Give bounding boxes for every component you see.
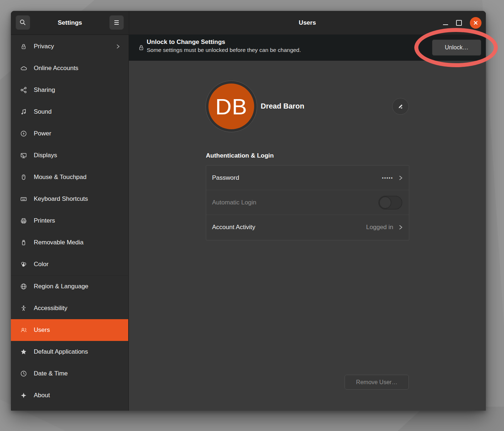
pencil-icon bbox=[397, 103, 404, 110]
chevron-right-icon bbox=[116, 44, 120, 49]
sidebar-item-accessibility[interactable]: Accessibility bbox=[11, 297, 128, 319]
sidebar-item-label: Mouse & Touchpad bbox=[34, 174, 123, 181]
close-button[interactable] bbox=[470, 17, 481, 29]
sparkle-icon bbox=[20, 392, 27, 399]
menu-button[interactable] bbox=[109, 15, 124, 30]
clock-icon bbox=[20, 370, 27, 377]
usb-drive-icon bbox=[20, 239, 27, 246]
power-icon bbox=[20, 130, 27, 137]
sidebar: Privacy Online Accounts bbox=[11, 35, 129, 411]
avatar: DB bbox=[206, 81, 257, 132]
unlock-banner: Unlock to Change Settings Some settings … bbox=[129, 34, 486, 61]
avatar-initials: DB bbox=[208, 84, 254, 129]
star-icon bbox=[20, 348, 27, 355]
user-name: Dread Baron bbox=[261, 102, 304, 110]
sidebar-item-label: Removable Media bbox=[34, 239, 123, 246]
sidebar-item-label: Color bbox=[34, 261, 123, 268]
auth-group: Password ••••• Automatic Login Account A… bbox=[206, 165, 409, 240]
remove-user-button[interactable]: Remove User… bbox=[345, 375, 409, 390]
users-icon bbox=[20, 326, 27, 334]
window-controls bbox=[443, 11, 481, 34]
banner-subtitle: Some settings must be unlocked before th… bbox=[147, 47, 301, 53]
minimize-icon bbox=[443, 24, 448, 25]
auth-section-heading: Authentication & Login bbox=[206, 152, 274, 159]
sidebar-item-label: Accessibility bbox=[34, 305, 123, 312]
titlebar: Settings Users bbox=[11, 11, 486, 35]
sidebar-item-label: Sharing bbox=[34, 86, 123, 94]
sidebar-item-label: Displays bbox=[34, 152, 123, 159]
account-activity-value: Logged in bbox=[366, 224, 393, 231]
automatic-login-toggle[interactable] bbox=[378, 196, 402, 210]
sidebar-item-keyboard-shortcuts[interactable]: Keyboard Shortcuts bbox=[11, 188, 128, 210]
lock-icon bbox=[20, 43, 27, 50]
password-row[interactable]: Password ••••• bbox=[206, 166, 409, 190]
sidebar-item-label: Power bbox=[34, 130, 123, 137]
sidebar-item-label: Printers bbox=[34, 217, 123, 224]
password-label: Password bbox=[212, 174, 382, 182]
sidebar-item-color[interactable]: Color bbox=[11, 253, 128, 275]
globe-icon bbox=[20, 283, 27, 290]
music-note-icon bbox=[20, 108, 27, 115]
settings-window: Settings Users bbox=[11, 11, 486, 411]
keyboard-icon bbox=[20, 195, 27, 203]
toggle-knob bbox=[379, 196, 391, 209]
sidebar-item-mouse-touchpad[interactable]: Mouse & Touchpad bbox=[11, 166, 128, 188]
sidebar-item-sharing[interactable]: Sharing bbox=[11, 79, 128, 101]
maximize-button[interactable] bbox=[456, 20, 462, 26]
sidebar-item-label: About bbox=[34, 392, 123, 399]
desktop: Settings Users bbox=[0, 0, 504, 431]
sidebar-item-sound[interactable]: Sound bbox=[11, 101, 128, 123]
edit-name-button[interactable] bbox=[392, 98, 409, 115]
accessibility-person-icon bbox=[20, 305, 27, 312]
color-circles-icon bbox=[20, 261, 27, 268]
automatic-login-row: Automatic Login bbox=[206, 190, 409, 215]
chevron-right-icon bbox=[398, 175, 403, 181]
lock-icon bbox=[138, 44, 145, 51]
password-dots: ••••• bbox=[382, 175, 393, 180]
cloud-icon bbox=[20, 65, 27, 72]
minimize-button[interactable] bbox=[443, 21, 448, 25]
account-activity-label: Account Activity bbox=[212, 224, 366, 231]
close-icon bbox=[473, 20, 478, 25]
sidebar-item-users[interactable]: Users bbox=[11, 319, 128, 341]
sidebar-item-label: Keyboard Shortcuts bbox=[34, 195, 123, 203]
banner-title: Unlock to Change Settings bbox=[147, 38, 225, 46]
sidebar-item-date-time[interactable]: Date & Time bbox=[11, 363, 128, 385]
sidebar-item-online-accounts[interactable]: Online Accounts bbox=[11, 57, 128, 79]
sidebar-item-region-language[interactable]: Region & Language bbox=[11, 276, 128, 297]
users-panel: DB Dread Baron Authentication & Login Pa… bbox=[129, 61, 486, 411]
sidebar-item-displays[interactable]: Displays bbox=[11, 145, 128, 166]
sidebar-item-label: Date & Time bbox=[34, 370, 123, 377]
sidebar-item-label: Users bbox=[34, 326, 123, 334]
sidebar-list: Privacy Online Accounts bbox=[11, 36, 128, 406]
page-title: Users bbox=[129, 11, 486, 34]
printer-icon bbox=[20, 217, 27, 224]
hamburger-icon bbox=[113, 20, 120, 25]
sidebar-item-about[interactable]: About bbox=[11, 385, 128, 406]
automatic-login-label: Automatic Login bbox=[212, 199, 378, 206]
sidebar-item-printers[interactable]: Printers bbox=[11, 210, 128, 232]
display-icon bbox=[20, 152, 27, 159]
maximize-icon bbox=[456, 20, 462, 26]
chevron-right-icon bbox=[398, 224, 403, 231]
sidebar-item-label: Sound bbox=[34, 108, 123, 115]
sidebar-item-privacy[interactable]: Privacy bbox=[11, 36, 128, 57]
sidebar-item-removable-media[interactable]: Removable Media bbox=[11, 232, 128, 253]
sidebar-item-power[interactable]: Power bbox=[11, 123, 128, 145]
mouse-icon bbox=[20, 174, 27, 181]
sidebar-item-label: Default Applications bbox=[34, 348, 123, 355]
share-nodes-icon bbox=[20, 86, 27, 94]
unlock-button[interactable]: Unlock… bbox=[432, 40, 481, 56]
sidebar-item-label: Privacy bbox=[34, 43, 116, 50]
sidebar-item-default-applications[interactable]: Default Applications bbox=[11, 341, 128, 363]
sidebar-item-label: Region & Language bbox=[34, 283, 123, 290]
sidebar-item-label: Online Accounts bbox=[34, 65, 123, 72]
account-activity-row[interactable]: Account Activity Logged in bbox=[206, 215, 409, 240]
